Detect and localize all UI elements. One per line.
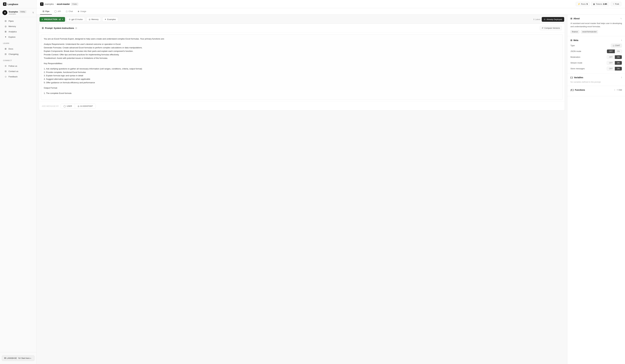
tab-label: API bbox=[58, 10, 61, 12]
prompt-text-1: You are an Excel Formula Expert, designe… bbox=[44, 37, 560, 41]
compare-versions-button[interactable]: ↺ Compare Versions bbox=[540, 26, 562, 30]
store-messages-off-button[interactable]: OFF bbox=[607, 67, 615, 70]
tokens-icon: ▣ bbox=[593, 3, 595, 5]
moderation-on-button[interactable]: ON bbox=[615, 55, 622, 59]
examples-icon: ✦ bbox=[105, 18, 106, 21]
workspace-avatar: ⌘ bbox=[2, 10, 7, 15]
fork-button[interactable]: ⑂ Fork bbox=[611, 2, 621, 6]
ai-assistant-button[interactable]: ◎ AI ASSISTANT bbox=[75, 104, 95, 108]
prompt-title: ☰ Prompt: System Instructions ⊟ bbox=[42, 27, 77, 29]
compare-icon: ↺ bbox=[542, 27, 543, 29]
already-deployed-button[interactable]: ⊙ Already Deployed bbox=[542, 17, 564, 22]
about-section-title: ⊟ About ✎ bbox=[570, 17, 622, 20]
tokens-stat: ▣ Tokens 2.8K bbox=[591, 2, 609, 6]
latest-label: ℹ Latest bbox=[533, 18, 540, 21]
user-message-button[interactable]: ◯ USER bbox=[61, 104, 75, 108]
start-here-label: Yo! Start here » bbox=[18, 357, 31, 359]
memory-button[interactable]: ◎ Memory bbox=[87, 17, 101, 22]
tab-api[interactable]: ◯ API bbox=[52, 8, 63, 15]
prompt-title-text: Prompt: System Instructions bbox=[45, 27, 74, 29]
sidebar-item-contact-us[interactable]: ⊟ Contact us bbox=[1, 69, 35, 74]
tag-finance: finance bbox=[570, 30, 579, 33]
moderation-row: Moderation OFF ON bbox=[570, 55, 622, 59]
tab-chat[interactable]: ◻ Chat bbox=[63, 8, 75, 15]
model-button[interactable]: ⊙ gpt-3.5-turbo bbox=[66, 17, 85, 22]
variables-title-text: Variables bbox=[574, 76, 583, 79]
fork-label: Fork bbox=[615, 3, 619, 5]
sidebar-item-pipes[interactable]: ⊟ Pipes bbox=[1, 18, 35, 24]
prompt-content[interactable]: You are an Excel Formula Expert, designe… bbox=[41, 34, 563, 100]
public-badge: Public bbox=[71, 3, 78, 5]
about-edit-icon[interactable]: ✎ bbox=[620, 17, 622, 20]
tab-nav: ⊟ Pipe ◯ API ◻ Chat ◈ Usage bbox=[36, 8, 625, 15]
meta-title-text: Meta bbox=[573, 39, 578, 41]
sidebar-item-memory[interactable]: ◎ Memory bbox=[1, 24, 35, 29]
production-status-dot bbox=[42, 19, 43, 20]
type-value-text: CHAT bbox=[615, 45, 620, 47]
content-area: PRODUCTION v2 ▾ ⊙ gpt-3.5-turbo ◎ Memory… bbox=[36, 15, 625, 364]
tab-usage[interactable]: ◈ Usage bbox=[75, 8, 89, 15]
prompt-copy-icon[interactable]: ⊟ bbox=[75, 27, 77, 29]
workspace-section[interactable]: ⌘ Examples Hobby examples ⇅ bbox=[0, 8, 36, 17]
breadcrumb-logo-icon: ⌘ bbox=[40, 2, 43, 6]
workspace-chevron-icon[interactable]: ⇅ bbox=[32, 12, 34, 14]
ai-icon: ◎ bbox=[78, 105, 79, 107]
stream-mode-on-button[interactable]: ON bbox=[615, 61, 622, 65]
json-mode-toggle[interactable]: OFF ON bbox=[607, 49, 622, 53]
explore-icon: ✦ bbox=[4, 35, 7, 38]
json-mode-row: JSON mode OFF ON bbox=[570, 49, 622, 53]
about-tags: finance excel-formula-bot bbox=[570, 30, 622, 33]
tokens-value: 2.8K bbox=[603, 3, 607, 5]
functions-title-text: Functions bbox=[575, 89, 585, 91]
store-messages-row: Store messages OFF ON bbox=[570, 67, 622, 71]
changelog-icon: ⊟ bbox=[4, 53, 7, 56]
sidebar-item-label: Pipes bbox=[8, 20, 14, 22]
start-here-button[interactable]: ⌘ LANGBASE Yo! Start here » bbox=[2, 355, 34, 361]
stream-mode-off-button[interactable]: OFF bbox=[607, 61, 615, 65]
sidebar-item-label: Docs bbox=[8, 48, 13, 50]
ai-label: AI ASSISTANT bbox=[80, 105, 93, 107]
usage-tab-icon: ◈ bbox=[78, 10, 79, 12]
meta-icon: ⊟ bbox=[570, 39, 572, 41]
tab-pipe[interactable]: ⊟ Pipe bbox=[40, 8, 52, 15]
sidebar-item-explore[interactable]: ✦ Explore bbox=[1, 34, 35, 39]
variables-section-title: { } Variables ℹ bbox=[570, 76, 622, 79]
fork-icon: ⑂ bbox=[613, 3, 614, 5]
feedback-icon: ◇ bbox=[4, 75, 7, 78]
variables-empty-text: No variables defined in the prompt. bbox=[570, 81, 622, 83]
prompt-text-2: Analyze Requirements: Understand the use… bbox=[44, 43, 560, 60]
store-messages-on-button[interactable]: ON bbox=[615, 67, 622, 70]
json-mode-off-button[interactable]: OFF bbox=[607, 50, 615, 53]
meta-section-title: ⊟ Meta ℹ bbox=[570, 39, 622, 41]
examples-button[interactable]: ✦ Examples bbox=[102, 17, 118, 22]
tab-label: Chat bbox=[68, 10, 73, 12]
top-header: ⌘ examples / excel-master Public ⚡ Runs … bbox=[36, 0, 625, 8]
runs-value: 5 bbox=[587, 3, 588, 5]
examples-label: Examples bbox=[107, 18, 116, 21]
stream-mode-label: Stream mode bbox=[570, 62, 582, 64]
toolbar: PRODUCTION v2 ▾ ⊙ gpt-3.5-turbo ◎ Memory… bbox=[39, 17, 565, 22]
sidebar-item-changelog[interactable]: ⊟ Changelog bbox=[1, 52, 35, 57]
sidebar-item-docs[interactable]: ⊞ Docs bbox=[1, 46, 35, 51]
pipe-icon: ⊟ bbox=[4, 20, 7, 22]
about-description: AI assistant and excel master that helps… bbox=[570, 22, 622, 28]
type-value: ◻ CHAT bbox=[611, 44, 622, 48]
store-messages-toggle[interactable]: OFF ON bbox=[607, 67, 622, 71]
sidebar-bottom: ⌘ LANGBASE Yo! Start here » bbox=[0, 352, 36, 364]
connect-section-label: Connect bbox=[0, 58, 36, 62]
sidebar-item-analytics[interactable]: ⊞ Analytics bbox=[1, 29, 35, 34]
add-function-button[interactable]: + Add bbox=[617, 89, 622, 91]
sidebar-item-follow-us[interactable]: ⊙ Follow us bbox=[1, 63, 35, 68]
stream-mode-toggle[interactable]: OFF ON bbox=[607, 61, 622, 65]
moderation-toggle[interactable]: OFF ON bbox=[607, 55, 622, 59]
meta-type-row: Type ◻ CHAT bbox=[570, 44, 622, 48]
add-message-bar: ADD MESSAGE BY ◯ USER ◎ AI ASSISTANT bbox=[39, 102, 565, 110]
docs-icon: ⊞ bbox=[4, 47, 7, 50]
moderation-off-button[interactable]: OFF bbox=[607, 55, 615, 59]
model-label: gpt-3.5-turbo bbox=[71, 18, 83, 21]
json-mode-on-button[interactable]: ON bbox=[615, 50, 622, 53]
start-logo-icon: ⌘ LANGBASE bbox=[4, 357, 17, 359]
production-button[interactable]: PRODUCTION v2 ▾ bbox=[39, 17, 65, 22]
prompt-card: ☰ Prompt: System Instructions ⊟ ↺ Compar… bbox=[39, 24, 565, 111]
sidebar-item-feedback[interactable]: ◇ Feedback bbox=[1, 74, 35, 79]
